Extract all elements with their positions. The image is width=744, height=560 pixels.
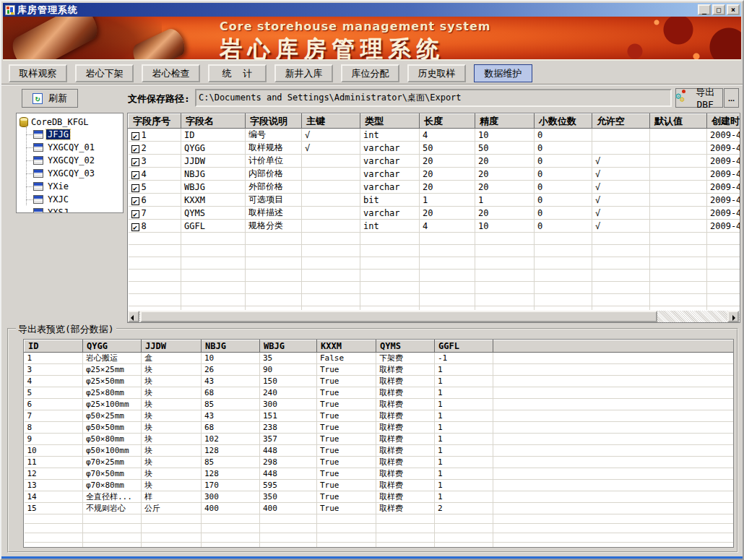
toolbar-button[interactable]: 岩心检查	[142, 64, 200, 82]
empty-cell	[246, 245, 302, 257]
browse-button[interactable]: ...	[724, 88, 739, 108]
tree-item[interactable]: YXSJ	[20, 206, 123, 213]
app-icon	[5, 5, 15, 15]
preview-column-header[interactable]: GGFL	[435, 340, 493, 353]
checked-checkbox-icon[interactable]: ✔	[131, 171, 139, 179]
toolbar-button[interactable]: 统 计	[208, 64, 267, 82]
field-type-cell: varchar	[360, 142, 420, 155]
fields-column-header[interactable]: 类型	[360, 114, 420, 129]
empty-cell	[260, 533, 317, 543]
scroll-right-arrow-icon[interactable]	[727, 311, 739, 322]
preview-row[interactable]: 7 φ50×25mm 块 43 151 True 取样费 1	[25, 410, 734, 422]
fields-column-header[interactable]: 主键	[302, 114, 360, 129]
empty-cell	[435, 524, 493, 533]
tree-item[interactable]: YXGCQY_02	[20, 154, 123, 167]
empty-cell	[376, 543, 435, 548]
toolbar-button[interactable]: 岩心下架	[75, 64, 134, 82]
field-precision-cell: 50	[475, 142, 535, 155]
fields-row[interactable]: ✔8 GGFL 规格分类 int 4 10 0 √ 2009-4-	[129, 220, 740, 233]
preview-qyms-cell: 取样费	[376, 410, 435, 422]
checked-checkbox-icon[interactable]: ✔	[131, 145, 139, 153]
tree-item[interactable]: YXGCQY_03	[20, 167, 123, 180]
preview-row[interactable]: 15 不规则岩心 公斤 400 400 True 取样费 2	[25, 503, 734, 514]
refresh-button[interactable]: ↻ 刷新	[22, 89, 78, 108]
fields-column-header[interactable]: 创建时	[707, 114, 740, 129]
checked-checkbox-icon[interactable]: ✔	[131, 210, 139, 218]
empty-cell	[25, 524, 83, 533]
empty-cell	[592, 270, 650, 282]
table-icon	[33, 156, 43, 165]
export-dbf-button[interactable]: ⚙⚙ 导出DBF	[675, 88, 723, 108]
tree-root-node[interactable]: CoreDB_KFGL	[20, 116, 123, 128]
preview-column-header[interactable]	[493, 340, 734, 353]
preview-row[interactable]: 10 φ50×100mm 块 128 448 True 取样费 1	[25, 445, 734, 457]
toolbar-button[interactable]: 库位分配	[341, 64, 399, 82]
window-control-button[interactable]: ×	[727, 4, 740, 15]
preview-wbjg-cell: 240	[260, 387, 317, 399]
scroll-left-arrow-icon[interactable]	[128, 311, 139, 322]
checked-checkbox-icon[interactable]: ✔	[131, 223, 139, 231]
toolbar-button[interactable]: 数据维护	[474, 64, 532, 82]
preview-row[interactable]: 9 φ50×80mm 块 102 357 True 取样费 1	[25, 434, 734, 445]
preview-row[interactable]: 1 岩心搬运 盒 10 35 False 下架费 -1	[25, 353, 734, 364]
preview-row[interactable]: 8 φ50×50mm 块 68 238 True 取样费 1	[25, 422, 734, 434]
preview-row[interactable]: 14 全直径样... 样 300 350 True 取样费 1	[25, 491, 734, 503]
toolbar-button[interactable]: 新井入库	[274, 64, 333, 82]
tree-item[interactable]: YXGCQY_01	[20, 141, 123, 154]
preview-column-header[interactable]: KXXM	[317, 340, 376, 353]
field-default-cell	[650, 220, 707, 233]
fields-row[interactable]: ✔3 JJDW 计价单位 varchar 20 20 0 √ 2009-4-	[129, 155, 740, 168]
window-control-button[interactable]: _	[698, 4, 711, 15]
preview-column-header[interactable]: QYGG	[83, 340, 142, 353]
preview-row[interactable]: 12 φ70×50mm 块 128 448 True 取样费 1	[25, 468, 734, 480]
preview-column-header[interactable]: JJDW	[142, 340, 202, 353]
tree-item[interactable]: YXie	[20, 180, 123, 193]
preview-row[interactable]: 11 φ70×25mm 块 85 298 True 取样费 1	[25, 457, 734, 468]
window-control-button[interactable]: □	[712, 4, 725, 15]
fields-row[interactable]: ✔4 NBJG 内部价格 varchar 20 20 0 √ 2009-4-	[129, 168, 740, 181]
fields-row[interactable]: ✔1 ID 编号 √ int 4 10 0 2009-4-	[129, 129, 740, 142]
checked-checkbox-icon[interactable]: ✔	[131, 132, 139, 140]
preview-jjdw-cell: 块	[142, 410, 202, 422]
fields-column-header[interactable]: 小数位数	[535, 114, 592, 129]
preview-column-header[interactable]: QYMS	[376, 340, 435, 353]
preview-row[interactable]: 6 φ25×100mm 块 85 300 True 取样费 1	[25, 399, 734, 410]
preview-column-header[interactable]: WBJG	[260, 340, 317, 353]
checked-checkbox-icon[interactable]: ✔	[131, 197, 139, 205]
fields-column-header[interactable]: 字段名	[181, 114, 246, 129]
preview-qyms-cell: 取样费	[376, 399, 435, 410]
toolbar-button[interactable]: 历史取样	[407, 64, 466, 82]
fields-row[interactable]: ✔7 QYMS 取样描述 varchar 20 20 0 √ 2009-4-	[129, 207, 740, 220]
preview-row[interactable]: 4 φ25×50mm 块 43 150 True 取样费 1	[25, 376, 734, 387]
fields-row[interactable]: ✔6 KXXM 可选项目 bit 1 1 0 √ 2009-4-	[129, 194, 740, 207]
fields-column-header[interactable]: 精度	[475, 114, 535, 129]
checked-checkbox-icon[interactable]: ✔	[131, 184, 139, 192]
preview-row[interactable]: 3 φ25×25mm 块 26 90 True 取样费 1	[25, 364, 734, 376]
fields-column-header[interactable]: 字段说明	[246, 114, 302, 129]
fields-column-header[interactable]: 允许空	[592, 114, 650, 129]
fields-column-header[interactable]: 默认值	[650, 114, 707, 129]
empty-cell	[493, 514, 734, 524]
preview-row[interactable]: 13 φ70×80mm 块 170 595 True 取样费 1	[25, 480, 734, 491]
empty-cell	[493, 491, 734, 503]
toolbar-button[interactable]: 取样观察	[9, 64, 67, 82]
preview-row[interactable]: 5 φ25×80mm 块 68 240 True 取样费 1	[25, 387, 734, 399]
tree-item[interactable]: YXJC	[20, 193, 123, 206]
fields-row[interactable]: ✔2 QYGG 取样规格 √ varchar 50 50 0 2009-4-	[129, 142, 740, 155]
horizontal-scrollbar[interactable]	[128, 311, 740, 322]
empty-cell	[129, 245, 181, 257]
scrollbar-thumb[interactable]	[140, 311, 657, 322]
save-path-input[interactable]: C:\Documents and Settings\Administrator\…	[195, 89, 672, 107]
empty-cell	[707, 245, 740, 257]
fields-row[interactable]: ✔5 WBJG 外部价格 varchar 20 20 0 √ 2009-4-	[129, 181, 740, 194]
preview-column-header[interactable]: ID	[25, 340, 83, 353]
fields-column-header[interactable]: 长度	[420, 114, 475, 129]
field-scale-cell: 0	[535, 155, 592, 168]
empty-cell	[360, 270, 420, 282]
fields-column-header[interactable]: 字段序号	[129, 114, 181, 129]
preview-id-cell: 4	[25, 376, 83, 387]
tree-item[interactable]: JFJG	[20, 128, 123, 141]
preview-column-header[interactable]: NBJG	[202, 340, 260, 353]
field-nullable-cell: √	[592, 155, 650, 168]
checked-checkbox-icon[interactable]: ✔	[131, 158, 139, 166]
